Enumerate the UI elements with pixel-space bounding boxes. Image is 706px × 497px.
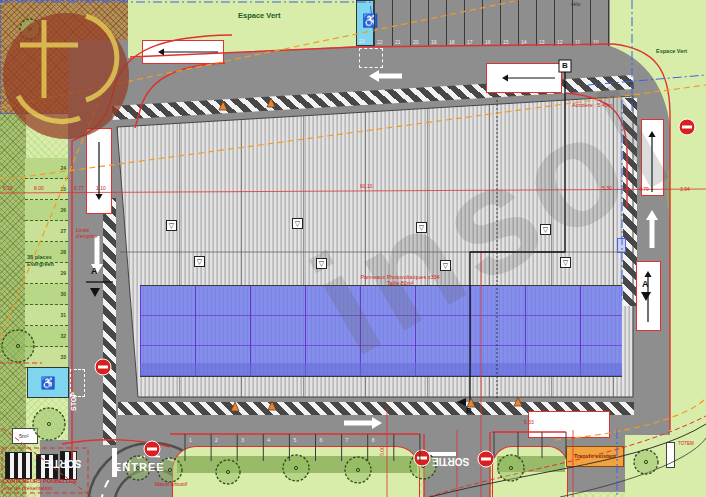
door-marker (268, 401, 276, 410)
door-marker (219, 101, 227, 110)
no-entry-bar (481, 458, 491, 461)
roof-vent: ▽ (416, 222, 427, 233)
no-entry-bar (98, 366, 108, 369)
section-a-right: A (642, 279, 649, 289)
site-plan-canvas: 24252627282930313233 23♿2221201918171615… (0, 0, 706, 497)
roof-vent: ▽ (292, 218, 303, 229)
stall-number: 8 (372, 437, 375, 443)
entree-marking: ENTREE (114, 461, 165, 473)
stop-marking: STOP (70, 392, 77, 411)
dimension-label: 5.28 (3, 185, 13, 191)
massif-label: Massif arbustif (155, 481, 187, 487)
overlay-vectors: 12345678 (0, 0, 706, 497)
section-b-top: B (562, 61, 568, 70)
roof-vent: ▽ (166, 220, 177, 231)
no-entry-bar (682, 126, 692, 129)
company-logo (3, 13, 129, 139)
traffic-arrow-head (372, 417, 382, 429)
dimension-label: 60.10 (360, 183, 373, 189)
tree-symbol (283, 455, 309, 481)
roof-vent: ▽ (440, 260, 451, 271)
stall-number: 4 (267, 437, 270, 443)
door-marker (231, 402, 239, 411)
stall-number: 6 (320, 437, 323, 443)
velo-label: vélo (571, 1, 580, 7)
no-entry-bar (417, 457, 427, 460)
roof-vent: ▽ (316, 258, 327, 269)
dock-arrow-head (158, 48, 164, 55)
acrotere-label: Acrotère : 5.45m (572, 102, 613, 108)
evergreen-label-2: Evergreen (27, 261, 54, 267)
totem-label: TOTEM (678, 441, 694, 446)
dock-arrow-head (648, 131, 655, 137)
section-b-bottom: B (466, 406, 472, 415)
dock-arrow-head (95, 194, 102, 200)
tree-symbol (345, 457, 371, 483)
dimension-label: 5.33 (524, 419, 534, 425)
stall-number: 7 (346, 437, 349, 443)
dimension-label: 6.77 (74, 185, 84, 191)
tree-symbol (634, 450, 658, 474)
stall-number: 3 (241, 437, 244, 443)
limite-label-2: d'emprise (76, 233, 98, 239)
tree-symbol (33, 408, 65, 440)
stall-number: 5 (293, 437, 296, 443)
section-a-left: A (91, 266, 98, 276)
stall-number: 1 (189, 437, 192, 443)
dock-arrow-head (502, 74, 508, 81)
sortie-left-marking: SORTIE (44, 458, 81, 469)
tree-symbol (498, 455, 524, 481)
dimension-label: 1.10 (96, 185, 106, 191)
dimension-label: 4.79 (639, 186, 649, 192)
door-marker (267, 98, 275, 107)
dimension-label: 8.00 (34, 185, 44, 191)
roof-vent: ▽ (194, 256, 205, 267)
tree-symbol (216, 460, 240, 484)
stall-number: 2 (215, 437, 218, 443)
espace-vert-right-label: Espace Vert (656, 48, 687, 54)
door-marker (514, 397, 522, 406)
conteneurs-label-2: Aire de présentation (3, 485, 52, 491)
sortie-right-marking: SORTIE (432, 456, 469, 467)
dimension-label: 5.30 (602, 185, 612, 191)
tree-symbol (2, 330, 34, 362)
pv-label-2: Taille 80m² (320, 280, 480, 286)
no-entry-bar (147, 448, 157, 451)
dimension-label: 5.00 (379, 446, 385, 456)
dimension-label: 3.94 (680, 186, 690, 192)
traffic-arrow-head (646, 210, 658, 220)
espace-vert-top-label: Espace Vert (238, 11, 281, 20)
conteneurs-label-1: CONTENEURS POUBELLES (3, 478, 77, 484)
traffic-arrow-head (369, 70, 379, 82)
evergreen-label-1: 38 places (27, 254, 52, 260)
dock-arrow-head (644, 271, 651, 277)
roof-vent: ▽ (540, 224, 551, 235)
roof-vent: ▽ (560, 257, 571, 268)
